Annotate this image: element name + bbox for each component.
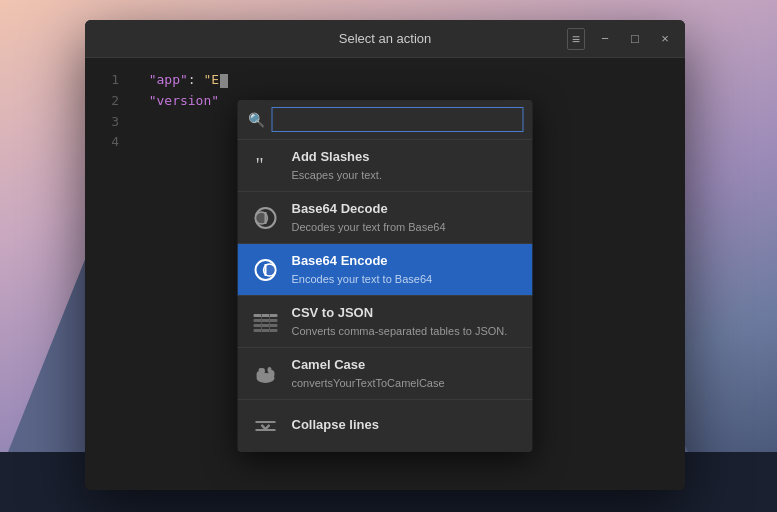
search-bar: 🔍 <box>238 100 533 140</box>
base64-encode-icon <box>250 254 282 286</box>
svg-point-17 <box>268 367 272 373</box>
line-number: 2 <box>91 91 119 112</box>
action-list: " Add Slashes Escapes your text. <box>238 140 533 452</box>
action-info-csv-to-json: CSV to JSON Converts comma-separated tab… <box>292 305 521 338</box>
action-desc-camel-case: convertsYourTextToCamelCase <box>292 376 521 390</box>
title-bar: Select an action ≡ − □ × <box>85 20 685 58</box>
action-info-add-slashes: Add Slashes Escapes your text. <box>292 149 521 182</box>
editor-window: Select an action ≡ − □ × 1 2 3 4 "app": … <box>85 20 685 490</box>
line-number: 3 <box>91 112 119 133</box>
svg-rect-8 <box>254 319 278 322</box>
action-item-add-slashes[interactable]: " Add Slashes Escapes your text. <box>238 140 533 192</box>
action-item-csv-to-json[interactable]: CSV to JSON Converts comma-separated tab… <box>238 296 533 348</box>
action-info-collapse-lines: Collapse lines <box>292 417 521 436</box>
minimize-button[interactable]: − <box>595 31 615 46</box>
maximize-button[interactable]: □ <box>625 31 645 46</box>
line-number: 1 <box>91 70 119 91</box>
title-controls: ≡ − □ × <box>567 28 675 50</box>
svg-point-18 <box>259 368 263 372</box>
svg-rect-7 <box>254 314 278 317</box>
action-name-base64-decode: Base64 Decode <box>292 201 521 218</box>
action-item-camel-case[interactable]: Camel Case convertsYourTextToCamelCase <box>238 348 533 400</box>
svg-rect-9 <box>254 324 278 327</box>
search-input[interactable] <box>273 108 523 131</box>
svg-text:": " <box>256 154 264 176</box>
action-desc-csv-to-json: Converts comma-separated tables to JSON. <box>292 324 521 338</box>
line-numbers: 1 2 3 4 <box>85 58 125 490</box>
action-info-base64-decode: Base64 Decode Decodes your text from Bas… <box>292 201 521 234</box>
action-item-base64-encode[interactable]: Base64 Encode Encodes your text to Base6… <box>238 244 533 296</box>
action-item-base64-decode[interactable]: Base64 Decode Decodes your text from Bas… <box>238 192 533 244</box>
window-title: Select an action <box>339 31 432 46</box>
svg-rect-10 <box>254 329 278 332</box>
menu-button[interactable]: ≡ <box>567 28 585 50</box>
action-name-collapse-lines: Collapse lines <box>292 417 521 434</box>
line-number: 4 <box>91 132 119 153</box>
collapse-lines-icon <box>250 410 282 442</box>
action-info-base64-encode: Base64 Encode Encodes your text to Base6… <box>292 253 521 286</box>
action-info-camel-case: Camel Case convertsYourTextToCamelCase <box>292 357 521 390</box>
close-button[interactable]: × <box>655 31 675 46</box>
action-item-collapse-lines[interactable]: Collapse lines <box>238 400 533 452</box>
action-name-base64-encode: Base64 Encode <box>292 253 521 270</box>
csv-to-json-icon <box>250 306 282 338</box>
action-desc-base64-encode: Encodes your text to Base64 <box>292 272 521 286</box>
search-icon: 🔍 <box>248 112 265 128</box>
camel-case-icon <box>250 358 282 390</box>
action-desc-base64-decode: Decodes your text from Base64 <box>292 220 521 234</box>
command-palette: 🔍 " Add Slashes Escapes your text. <box>238 100 533 452</box>
action-name-csv-to-json: CSV to JSON <box>292 305 521 322</box>
action-name-add-slashes: Add Slashes <box>292 149 521 166</box>
code-line-1: "app": "E <box>133 70 677 91</box>
add-slashes-icon: " <box>250 150 282 182</box>
base64-decode-icon <box>250 202 282 234</box>
action-name-camel-case: Camel Case <box>292 357 521 374</box>
action-desc-add-slashes: Escapes your text. <box>292 168 521 182</box>
